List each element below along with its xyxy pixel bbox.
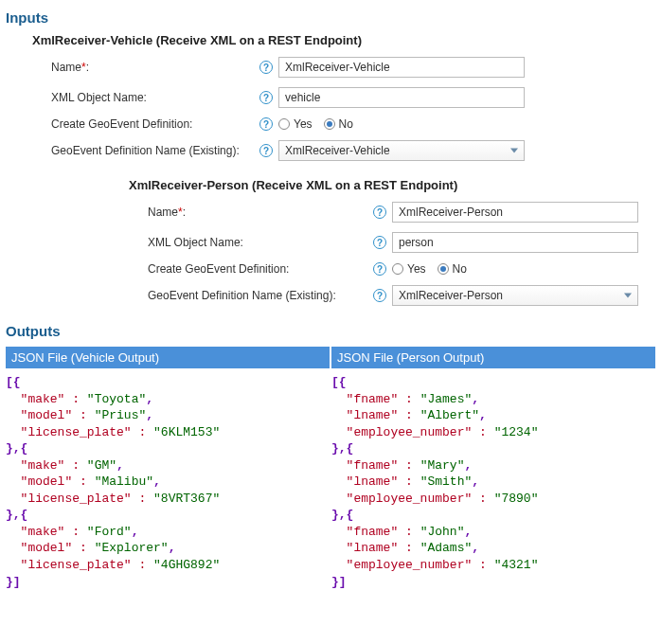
chevron-down-icon (624, 294, 632, 298)
form-vehicle: XmlReceiver-Vehicle (Receive XML on a RE… (32, 33, 655, 161)
form-vehicle-title: XmlReceiver-Vehicle (Receive XML on a RE… (32, 33, 655, 47)
help-icon[interactable]: ? (373, 262, 386, 276)
output-vehicle-header: JSON File (Vehicle Output) (6, 347, 330, 368)
inputs-heading: Inputs (6, 9, 655, 26)
help-icon[interactable]: ? (259, 144, 273, 157)
help-icon[interactable]: ? (373, 236, 386, 249)
output-vehicle-json: [{ "make" : "Toyota", "model" : "Prius",… (6, 374, 330, 590)
output-person: JSON File (Person Output) [{ "fname" : "… (331, 347, 655, 590)
radio-yes-label: Yes (294, 117, 313, 131)
radio-no-label: No (339, 117, 353, 131)
xml-object-input[interactable] (278, 87, 525, 108)
xml-object-label: XML Object Name: (148, 236, 373, 249)
radio-no-label: No (453, 262, 467, 276)
help-icon[interactable]: ? (259, 61, 273, 74)
radio-no[interactable]: No (438, 262, 467, 276)
radio-no[interactable]: No (324, 117, 353, 131)
help-icon[interactable]: ? (259, 117, 273, 131)
xml-object-input[interactable] (392, 232, 638, 253)
defname-select-value: XmlReceiver-Person (399, 289, 503, 302)
defname-label: GeoEvent Definition Name (Existing): (148, 289, 373, 302)
create-def-label: Create GeoEvent Definition: (51, 117, 259, 131)
defname-select[interactable]: XmlReceiver-Vehicle (278, 140, 525, 161)
help-icon[interactable]: ? (259, 91, 273, 104)
form-person: XmlReceiver-Person (Receive XML on a RES… (129, 178, 655, 306)
outputs-heading: Outputs (6, 323, 655, 339)
defname-select-value: XmlReceiver-Vehicle (285, 144, 390, 157)
create-def-label: Create GeoEvent Definition: (148, 262, 373, 276)
help-icon[interactable]: ? (373, 206, 386, 219)
output-person-header: JSON File (Person Output) (331, 347, 655, 368)
form-person-title: XmlReceiver-Person (Receive XML on a RES… (129, 178, 655, 192)
output-person-json: [{ "fname" : "James", "lname" : "Albert"… (331, 374, 655, 590)
name-label: Name*: (148, 206, 373, 219)
xml-object-label: XML Object Name: (51, 91, 259, 104)
output-vehicle: JSON File (Vehicle Output) [{ "make" : "… (6, 347, 330, 590)
defname-label: GeoEvent Definition Name (Existing): (51, 144, 259, 157)
name-label: Name*: (51, 61, 259, 74)
defname-select[interactable]: XmlReceiver-Person (392, 285, 638, 306)
chevron-down-icon (510, 149, 518, 153)
name-input[interactable] (278, 57, 525, 78)
help-icon[interactable]: ? (373, 289, 386, 302)
radio-yes[interactable]: Yes (278, 117, 313, 131)
radio-yes[interactable]: Yes (392, 262, 426, 276)
name-input[interactable] (392, 202, 638, 223)
radio-yes-label: Yes (407, 262, 426, 276)
